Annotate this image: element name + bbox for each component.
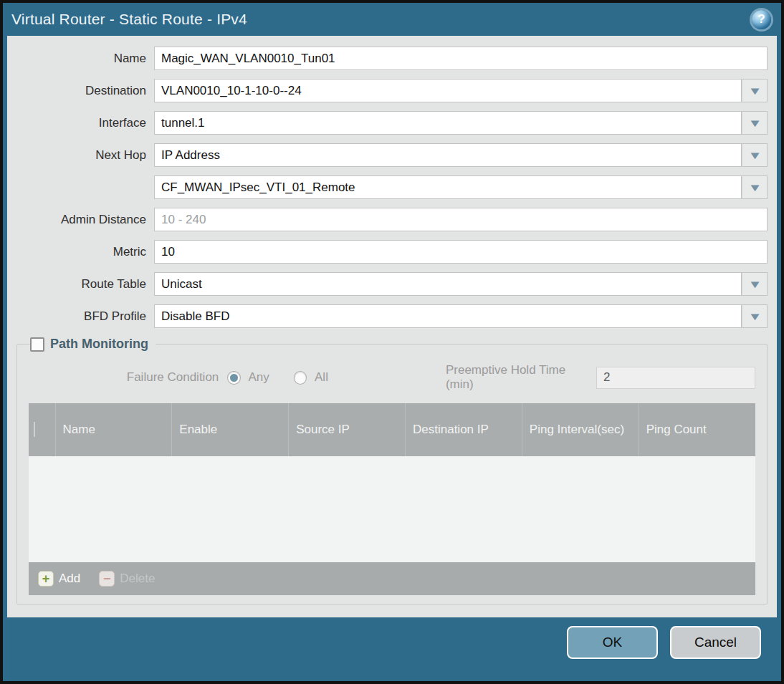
metric-input[interactable] [154, 240, 768, 264]
route-table-dropdown-button[interactable]: ▼ [742, 272, 768, 296]
chevron-down-icon: ▼ [747, 117, 762, 128]
next-hop-label: Next Hop [16, 148, 154, 163]
metric-label: Metric [16, 245, 154, 259]
destination-label: Destination [16, 84, 154, 98]
chevron-down-icon: ▼ [747, 279, 762, 289]
select-all-header-cell [29, 403, 55, 456]
metric-row: Metric [16, 240, 768, 264]
path-monitoring-checkbox[interactable] [30, 337, 44, 352]
column-header-ping-count[interactable]: Ping Count [639, 403, 755, 456]
failure-condition-any-radio[interactable] [227, 371, 240, 385]
delete-button[interactable]: − Delete [99, 571, 155, 587]
path-monitoring-section: Path Monitoring Failure Condition Any Al… [16, 337, 768, 604]
radio-dot [230, 374, 238, 382]
failure-condition-label: Failure Condition [29, 370, 227, 385]
destination-dropdown-button[interactable]: ▼ [742, 79, 768, 102]
radio-dot [296, 374, 304, 382]
route-table-label: Route Table [16, 277, 154, 292]
table-empty-body [29, 456, 755, 562]
delete-button-label: Delete [120, 572, 155, 586]
admin-distance-label: Admin Distance [16, 213, 154, 227]
delete-minus-icon: − [99, 571, 115, 587]
column-header-destination-ip[interactable]: Destination IP [405, 403, 522, 456]
chevron-down-icon: ▼ [747, 311, 762, 322]
next-hop-address-dropdown-button[interactable]: ▼ [742, 175, 768, 199]
path-monitoring-controls: Failure Condition Any All Preemptive Hol… [29, 363, 755, 392]
ok-button[interactable]: OK [567, 626, 658, 659]
bfd-profile-dropdown-button[interactable]: ▼ [742, 304, 768, 328]
route-table-row: Route Table ▼ [16, 272, 768, 296]
bfd-profile-input[interactable] [154, 304, 742, 328]
admin-distance-input[interactable] [154, 208, 768, 231]
chevron-down-icon: ▼ [747, 85, 762, 96]
column-header-enable[interactable]: Enable [172, 403, 289, 456]
dialog-content: Name Destination ▼ Interface ▼ [7, 36, 777, 617]
destination-row: Destination ▼ [16, 79, 768, 102]
name-label: Name [16, 52, 154, 66]
bfd-profile-row: BFD Profile ▼ [16, 304, 768, 328]
add-button[interactable]: + Add [38, 571, 80, 587]
column-header-name[interactable]: Name [55, 403, 172, 456]
select-all-checkbox[interactable] [34, 422, 35, 437]
add-plus-icon: + [38, 571, 54, 587]
failure-condition-all-label: All [315, 370, 328, 385]
chevron-down-icon: ▼ [747, 150, 762, 160]
interface-dropdown-button[interactable]: ▼ [742, 111, 768, 135]
destination-input[interactable] [154, 79, 742, 102]
next-hop-address-row: ▼ [16, 175, 768, 199]
path-monitoring-legend: Path Monitoring [30, 337, 156, 352]
name-row: Name [16, 47, 768, 70]
dialog-title: Virtual Router - Static Route - IPv4 [11, 11, 247, 28]
screenshot-frame: Virtual Router - Static Route - IPv4 ? N… [0, 0, 784, 684]
failure-condition-any-label: Any [249, 370, 269, 385]
name-input[interactable] [154, 47, 768, 70]
next-hop-type-input[interactable] [154, 143, 742, 167]
failure-condition-all-radio[interactable] [294, 371, 307, 385]
next-hop-address-input[interactable] [154, 175, 742, 199]
table-header-row: Name Enable Source IP Destination IP Pin… [29, 403, 755, 456]
dialog-footer: OK Cancel [3, 617, 781, 659]
bfd-profile-label: BFD Profile [16, 309, 154, 324]
interface-input[interactable] [154, 111, 742, 135]
static-route-dialog: Virtual Router - Static Route - IPv4 ? N… [3, 3, 781, 681]
preemptive-hold-label: Preemptive Hold Time (min) [446, 363, 590, 392]
admin-distance-row: Admin Distance [16, 208, 768, 231]
help-icon[interactable]: ? [752, 10, 771, 29]
next-hop-dropdown-button[interactable]: ▼ [742, 143, 768, 167]
path-monitoring-table: Name Enable Source IP Destination IP Pin… [29, 403, 755, 595]
route-table-input[interactable] [154, 272, 742, 296]
dialog-titlebar: Virtual Router - Static Route - IPv4 ? [3, 3, 781, 36]
column-header-source-ip[interactable]: Source IP [289, 403, 406, 456]
next-hop-row: Next Hop ▼ [16, 143, 768, 167]
add-button-label: Add [59, 572, 80, 586]
preemptive-hold-input[interactable] [596, 367, 755, 389]
table-toolbar: + Add − Delete [29, 562, 755, 595]
path-monitoring-title: Path Monitoring [50, 337, 148, 352]
interface-row: Interface ▼ [16, 111, 768, 135]
column-header-ping-interval[interactable]: Ping Interval(sec) [522, 403, 639, 456]
interface-label: Interface [16, 116, 154, 130]
chevron-down-icon: ▼ [747, 182, 762, 193]
cancel-button[interactable]: Cancel [670, 626, 761, 659]
